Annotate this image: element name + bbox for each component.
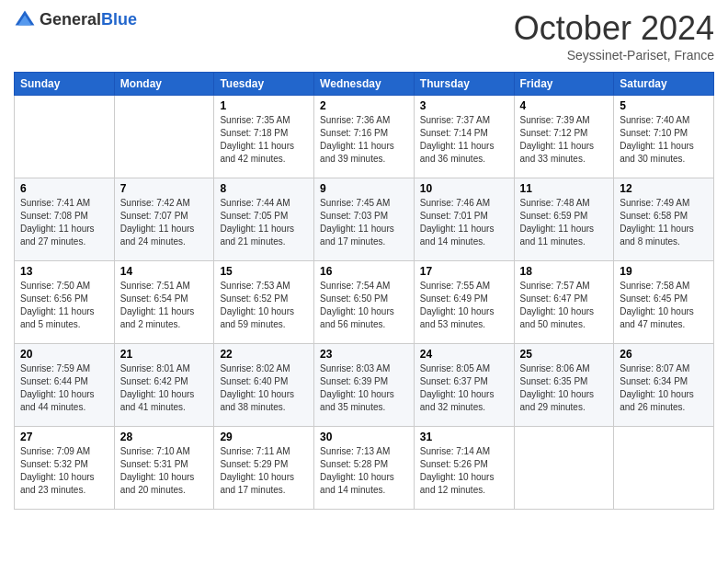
day-info: Sunrise: 7:39 AMSunset: 7:12 PMDaylight:… xyxy=(520,115,595,164)
day-cell: 30Sunrise: 7:13 AMSunset: 5:28 PMDayligh… xyxy=(314,427,415,510)
day-cell: 2Sunrise: 7:36 AMSunset: 7:16 PMDaylight… xyxy=(314,96,415,178)
calendar-location: Seyssinet-Pariset, France xyxy=(514,48,714,63)
day-cell xyxy=(15,96,115,178)
day-number: 5 xyxy=(620,99,708,112)
day-number: 29 xyxy=(220,431,308,443)
day-number: 26 xyxy=(620,348,708,361)
day-info: Sunrise: 7:55 AMSunset: 6:49 PMDaylight:… xyxy=(420,281,495,329)
logo-general: General xyxy=(40,10,101,29)
day-cell: 4Sunrise: 7:39 AMSunset: 7:12 PMDaylight… xyxy=(514,96,614,178)
header-day-wednesday: Wednesday xyxy=(314,73,415,96)
day-cell: 13Sunrise: 7:50 AMSunset: 6:56 PMDayligh… xyxy=(15,261,115,344)
day-info: Sunrise: 7:49 AMSunset: 6:58 PMDaylight:… xyxy=(620,198,694,247)
day-info: Sunrise: 7:37 AMSunset: 7:14 PMDaylight:… xyxy=(420,115,495,164)
week-row-4: 20Sunrise: 7:59 AMSunset: 6:44 PMDayligh… xyxy=(15,344,714,427)
title-block: October 2024 Seyssinet-Pariset, France xyxy=(514,9,714,63)
day-cell xyxy=(514,427,614,510)
header-day-tuesday: Tuesday xyxy=(214,73,314,96)
day-cell: 7Sunrise: 7:42 AMSunset: 7:07 PMDaylight… xyxy=(114,178,214,261)
day-info: Sunrise: 7:58 AMSunset: 6:45 PMDaylight:… xyxy=(620,281,694,329)
day-info: Sunrise: 7:48 AMSunset: 6:59 PMDaylight:… xyxy=(520,198,595,247)
day-number: 17 xyxy=(420,265,508,278)
day-info: Sunrise: 7:50 AMSunset: 6:56 PMDaylight:… xyxy=(20,281,95,329)
day-info: Sunrise: 7:54 AMSunset: 6:50 PMDaylight:… xyxy=(320,281,394,329)
header-day-friday: Friday xyxy=(514,73,614,96)
day-info: Sunrise: 7:35 AMSunset: 7:18 PMDaylight:… xyxy=(220,115,294,164)
day-number: 1 xyxy=(220,99,308,112)
calendar-title: October 2024 xyxy=(514,9,714,48)
day-number: 23 xyxy=(320,348,408,361)
day-cell: 27Sunrise: 7:09 AMSunset: 5:32 PMDayligh… xyxy=(15,427,115,510)
day-number: 6 xyxy=(20,182,108,195)
day-number: 16 xyxy=(320,265,408,278)
day-cell: 28Sunrise: 7:10 AMSunset: 5:31 PMDayligh… xyxy=(114,427,214,510)
header-day-monday: Monday xyxy=(114,73,214,96)
day-info: Sunrise: 7:51 AMSunset: 6:54 PMDaylight:… xyxy=(120,281,195,329)
day-cell: 24Sunrise: 8:05 AMSunset: 6:37 PMDayligh… xyxy=(414,344,514,427)
day-cell: 29Sunrise: 7:11 AMSunset: 5:29 PMDayligh… xyxy=(214,427,314,510)
week-row-5: 27Sunrise: 7:09 AMSunset: 5:32 PMDayligh… xyxy=(15,427,714,510)
logo-icon xyxy=(14,9,36,31)
day-cell: 9Sunrise: 7:45 AMSunset: 7:03 PMDaylight… xyxy=(314,178,415,261)
day-number: 3 xyxy=(420,99,508,112)
day-number: 2 xyxy=(320,99,408,112)
day-cell: 3Sunrise: 7:37 AMSunset: 7:14 PMDaylight… xyxy=(414,96,514,178)
day-number: 30 xyxy=(320,431,408,443)
day-info: Sunrise: 7:59 AMSunset: 6:44 PMDaylight:… xyxy=(20,363,95,412)
day-number: 8 xyxy=(220,182,308,195)
day-number: 21 xyxy=(120,348,209,361)
day-cell: 17Sunrise: 7:55 AMSunset: 6:49 PMDayligh… xyxy=(414,261,514,344)
day-cell: 26Sunrise: 8:07 AMSunset: 6:34 PMDayligh… xyxy=(614,344,714,427)
header-row: SundayMondayTuesdayWednesdayThursdayFrid… xyxy=(15,73,714,96)
day-number: 14 xyxy=(120,265,209,278)
day-cell: 18Sunrise: 7:57 AMSunset: 6:47 PMDayligh… xyxy=(514,261,614,344)
day-cell: 5Sunrise: 7:40 AMSunset: 7:10 PMDaylight… xyxy=(614,96,714,178)
day-cell: 1Sunrise: 7:35 AMSunset: 7:18 PMDaylight… xyxy=(214,96,314,178)
day-info: Sunrise: 8:02 AMSunset: 6:40 PMDaylight:… xyxy=(220,363,294,412)
day-cell: 31Sunrise: 7:14 AMSunset: 5:26 PMDayligh… xyxy=(414,427,514,510)
day-info: Sunrise: 7:36 AMSunset: 7:16 PMDaylight:… xyxy=(320,115,394,164)
day-cell: 11Sunrise: 7:48 AMSunset: 6:59 PMDayligh… xyxy=(514,178,614,261)
day-number: 13 xyxy=(20,265,108,278)
logo: GeneralBlue xyxy=(14,9,137,31)
day-cell xyxy=(114,96,214,178)
day-number: 31 xyxy=(420,431,508,443)
day-info: Sunrise: 8:05 AMSunset: 6:37 PMDaylight:… xyxy=(420,363,495,412)
day-info: Sunrise: 7:53 AMSunset: 6:52 PMDaylight:… xyxy=(220,281,294,329)
day-number: 10 xyxy=(420,182,508,195)
week-row-1: 1Sunrise: 7:35 AMSunset: 7:18 PMDaylight… xyxy=(15,96,714,178)
day-info: Sunrise: 8:01 AMSunset: 6:42 PMDaylight:… xyxy=(120,363,195,412)
day-info: Sunrise: 8:07 AMSunset: 6:34 PMDaylight:… xyxy=(620,363,694,412)
day-cell: 19Sunrise: 7:58 AMSunset: 6:45 PMDayligh… xyxy=(614,261,714,344)
day-info: Sunrise: 7:42 AMSunset: 7:07 PMDaylight:… xyxy=(120,198,195,247)
day-number: 19 xyxy=(620,265,708,278)
day-cell: 20Sunrise: 7:59 AMSunset: 6:44 PMDayligh… xyxy=(15,344,115,427)
header-day-saturday: Saturday xyxy=(614,73,714,96)
day-number: 18 xyxy=(520,265,609,278)
day-info: Sunrise: 7:44 AMSunset: 7:05 PMDaylight:… xyxy=(220,198,294,247)
header-day-thursday: Thursday xyxy=(414,73,514,96)
day-cell: 22Sunrise: 8:02 AMSunset: 6:40 PMDayligh… xyxy=(214,344,314,427)
week-row-3: 13Sunrise: 7:50 AMSunset: 6:56 PMDayligh… xyxy=(15,261,714,344)
day-info: Sunrise: 8:06 AMSunset: 6:35 PMDaylight:… xyxy=(520,363,595,412)
day-number: 28 xyxy=(120,431,209,443)
day-cell: 6Sunrise: 7:41 AMSunset: 7:08 PMDaylight… xyxy=(15,178,115,261)
day-info: Sunrise: 7:45 AMSunset: 7:03 PMDaylight:… xyxy=(320,198,394,247)
day-number: 20 xyxy=(20,348,108,361)
day-number: 15 xyxy=(220,265,308,278)
day-cell: 25Sunrise: 8:06 AMSunset: 6:35 PMDayligh… xyxy=(514,344,614,427)
day-number: 27 xyxy=(20,431,108,443)
day-info: Sunrise: 7:46 AMSunset: 7:01 PMDaylight:… xyxy=(420,198,495,247)
day-number: 11 xyxy=(520,182,609,195)
day-info: Sunrise: 7:10 AMSunset: 5:31 PMDaylight:… xyxy=(120,446,195,495)
day-number: 12 xyxy=(620,182,708,195)
day-cell: 8Sunrise: 7:44 AMSunset: 7:05 PMDaylight… xyxy=(214,178,314,261)
day-number: 4 xyxy=(520,99,609,112)
logo-text: GeneralBlue xyxy=(40,11,137,29)
day-cell xyxy=(614,427,714,510)
day-cell: 15Sunrise: 7:53 AMSunset: 6:52 PMDayligh… xyxy=(214,261,314,344)
day-cell: 21Sunrise: 8:01 AMSunset: 6:42 PMDayligh… xyxy=(114,344,214,427)
day-number: 7 xyxy=(120,182,209,195)
day-info: Sunrise: 7:11 AMSunset: 5:29 PMDaylight:… xyxy=(220,446,294,495)
day-cell: 12Sunrise: 7:49 AMSunset: 6:58 PMDayligh… xyxy=(614,178,714,261)
